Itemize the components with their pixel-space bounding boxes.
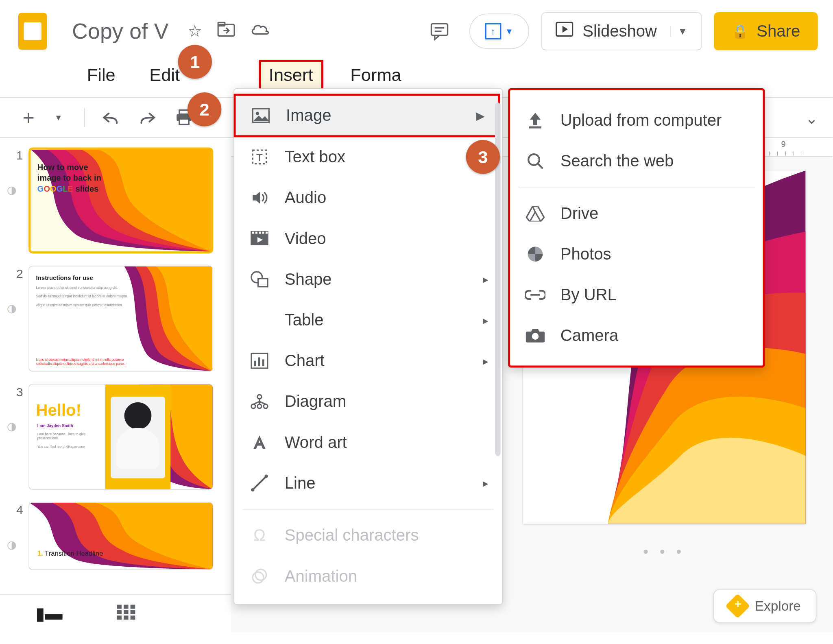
- mi-photos[interactable]: Photos: [510, 234, 763, 274]
- notes-icon: ◑: [7, 281, 23, 314]
- new-slide-caret-icon[interactable]: ▼: [48, 107, 69, 128]
- mi-special-chars[interactable]: Ω Special characters: [234, 515, 502, 556]
- svg-point-38: [264, 404, 268, 408]
- svg-rect-34: [262, 359, 264, 366]
- thumb-row-1: 1 ◑ How to move image to back in GOOGLE …: [7, 147, 224, 253]
- svg-rect-17: [131, 616, 135, 620]
- undo-button[interactable]: [100, 107, 121, 128]
- slide1-text: How to move image to back in GOOGLE slid…: [37, 162, 101, 194]
- svg-rect-33: [258, 357, 260, 366]
- redo-button[interactable]: [137, 107, 158, 128]
- slides-app-icon[interactable]: [13, 7, 52, 56]
- svg-text:T: T: [256, 152, 263, 163]
- svg-rect-12: [117, 610, 122, 614]
- chevron-right-icon: ▸: [483, 273, 488, 286]
- svg-rect-13: [124, 610, 129, 614]
- thumb-number: 3: [7, 384, 23, 399]
- slide3-hello: Hello!: [36, 401, 81, 420]
- title-icons: ☆: [188, 22, 270, 41]
- mi-label: Word art: [285, 433, 347, 452]
- mi-label: Special characters: [285, 526, 419, 545]
- menu-divider: [242, 509, 494, 510]
- slideshow-caret-icon[interactable]: ▼: [670, 26, 687, 37]
- mi-animation[interactable]: Animation: [234, 556, 502, 596]
- play-rect-icon: [556, 22, 573, 41]
- mi-label: Chart: [285, 351, 325, 370]
- svg-rect-8: [179, 119, 189, 124]
- mi-drive[interactable]: Drive: [510, 193, 763, 234]
- mi-audio[interactable]: Audio: [234, 177, 502, 218]
- doc-title[interactable]: Copy of V: [72, 19, 169, 44]
- mi-wordart[interactable]: Word art: [234, 422, 502, 463]
- menu-scrollbar[interactable]: [495, 103, 500, 590]
- svg-point-41: [264, 474, 268, 478]
- notes-icon: ◑: [7, 518, 23, 551]
- menu-divider: [518, 187, 754, 188]
- menu-insert[interactable]: Insert: [259, 60, 323, 90]
- explore-button[interactable]: Explore: [713, 589, 817, 623]
- svg-rect-24: [252, 231, 254, 234]
- svg-rect-26: [259, 231, 261, 234]
- diagram-icon: [249, 391, 270, 412]
- svg-rect-2: [431, 24, 447, 35]
- drive-icon: [525, 203, 545, 223]
- menu-file[interactable]: File: [80, 61, 122, 90]
- slideshow-button[interactable]: Slideshow ▼: [541, 12, 702, 50]
- new-slide-button[interactable]: +: [17, 107, 39, 128]
- present-up-icon: ↑: [485, 23, 501, 39]
- view-switch: ▮▬: [0, 594, 231, 633]
- chevron-right-icon: ▶: [476, 109, 484, 122]
- slide-thumb-3[interactable]: Hello! I am Jayden Smith I am here becau…: [28, 384, 213, 490]
- mi-search-web[interactable]: Search the web: [510, 141, 763, 181]
- comments-button[interactable]: [422, 13, 457, 49]
- slide-thumb-4[interactable]: 1. Transition Headline: [28, 502, 213, 570]
- svg-rect-15: [117, 616, 122, 620]
- shape-icon: [249, 269, 270, 289]
- svg-rect-11: [131, 605, 135, 609]
- mi-textbox[interactable]: T Text box: [234, 137, 502, 177]
- slide-thumb-1[interactable]: How to move image to back in GOOGLE slid…: [28, 147, 213, 253]
- filmstrip-view-button[interactable]: ▮▬: [35, 603, 63, 624]
- mi-table[interactable]: Table ▸: [234, 299, 502, 340]
- mi-image[interactable]: Image ▶: [233, 94, 500, 137]
- mi-camera[interactable]: Camera: [510, 315, 763, 356]
- move-icon[interactable]: [218, 22, 235, 41]
- slide-resize-handles[interactable]: ● ● ●: [523, 546, 806, 555]
- mi-label: Video: [285, 229, 326, 248]
- wordart-icon: [249, 432, 270, 452]
- svg-point-19: [256, 112, 259, 115]
- svg-rect-14: [131, 610, 135, 614]
- star-icon[interactable]: ☆: [188, 22, 203, 41]
- ruler-tick: 9: [781, 139, 786, 148]
- slideshow-label: Slideshow: [582, 22, 657, 41]
- lock-icon: 🔒: [732, 23, 749, 39]
- present-button[interactable]: ↑ ▼: [469, 13, 529, 49]
- textbox-icon: T: [249, 147, 270, 167]
- slide2-footnote: Nunc id cursus metus aliquam eleifend mi…: [36, 357, 131, 365]
- mi-label: Audio: [285, 188, 327, 207]
- mi-shape[interactable]: Shape ▸: [234, 259, 502, 299]
- mi-chart[interactable]: Chart ▸: [234, 341, 502, 381]
- mi-upload[interactable]: Upload from computer: [510, 100, 763, 140]
- upload-icon: [525, 110, 545, 131]
- mi-line[interactable]: Line ▸: [234, 463, 502, 503]
- notes-icon: ◑: [7, 163, 23, 196]
- animation-icon: [249, 566, 270, 586]
- grid-view-button[interactable]: [117, 603, 136, 624]
- omega-icon: Ω: [249, 525, 270, 546]
- svg-point-36: [251, 404, 255, 408]
- cloud-icon[interactable]: [250, 22, 270, 41]
- slide2-body: Lorem ipsum dolor sit amet consectetur a…: [36, 285, 131, 307]
- svg-rect-10: [124, 605, 129, 609]
- mi-label: Image: [286, 106, 331, 125]
- svg-point-45: [528, 154, 539, 165]
- mi-video[interactable]: Video: [234, 218, 502, 259]
- thumb-number: 4: [7, 502, 23, 517]
- slide-thumb-2[interactable]: Instructions for use Lorem ipsum dolor s…: [28, 266, 213, 372]
- share-button[interactable]: 🔒 Share: [714, 12, 818, 50]
- mi-byurl[interactable]: By URL: [510, 275, 763, 315]
- menu-format[interactable]: Forma: [344, 61, 408, 90]
- mi-diagram[interactable]: Diagram: [234, 381, 502, 422]
- right-toolbar: ↑ ▼ Slideshow ▼ 🔒 Share: [422, 12, 818, 50]
- toolbar-collapse-icon[interactable]: ⌃: [806, 109, 818, 126]
